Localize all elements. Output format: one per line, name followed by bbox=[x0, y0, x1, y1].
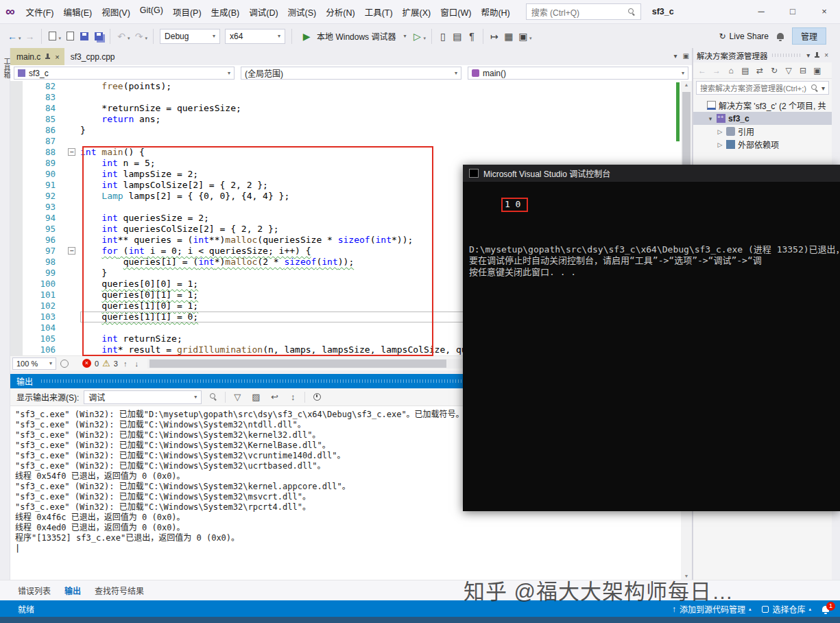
scroll-up-icon[interactable]: ▲ bbox=[684, 82, 689, 87]
console-title-bar[interactable]: Microsoft Visual Studio 调试控制台 bbox=[463, 165, 840, 182]
tab-close-icon[interactable]: × bbox=[55, 53, 59, 61]
select-repository-button[interactable]: 选择仓库 ▴ bbox=[762, 603, 811, 615]
undo-icon[interactable]: ↶ bbox=[115, 29, 128, 44]
tree-item[interactable]: ▷引用 bbox=[693, 125, 832, 138]
sync-with-active-document-icon[interactable]: ⇄ bbox=[754, 64, 766, 77]
word-wrap-icon[interactable]: ↩ bbox=[267, 390, 281, 404]
properties-icon[interactable]: ▣ bbox=[811, 64, 824, 77]
home-icon[interactable]: ⌂ bbox=[725, 64, 737, 77]
collapsed-icon[interactable]: ▷ bbox=[717, 141, 723, 148]
zoom-dropdown[interactable]: 100 % ▾ bbox=[12, 357, 56, 370]
solution-explorer-header[interactable]: 解决方案资源管理器 ▾ × bbox=[693, 48, 832, 62]
menu-item[interactable]: 扩展(X) bbox=[398, 2, 436, 22]
start-debugging-button[interactable]: ▶ 本地 Windows 调试器 ▾ bbox=[296, 28, 409, 45]
panel-tab[interactable]: 错误列表 bbox=[12, 581, 56, 600]
chevron-down-icon[interactable]: ▾ bbox=[529, 36, 532, 41]
pin-icon[interactable] bbox=[814, 51, 820, 59]
minimize-button[interactable]: ─ bbox=[745, 0, 777, 23]
new-file-icon[interactable] bbox=[46, 29, 60, 44]
menu-item[interactable]: 分析(N) bbox=[321, 2, 359, 22]
breakpoint-margin[interactable] bbox=[10, 333, 23, 344]
fold-collapse-icon[interactable]: − bbox=[68, 148, 75, 156]
expanded-icon[interactable]: ▾ bbox=[707, 115, 714, 122]
forward-icon[interactable]: → bbox=[710, 64, 723, 77]
breakpoint-margin[interactable] bbox=[10, 81, 23, 92]
live-share-button[interactable]: ↻ Live Share bbox=[719, 32, 769, 41]
editor-tab[interactable]: main.c× bbox=[10, 48, 64, 65]
breakpoint-margin[interactable] bbox=[10, 125, 23, 136]
paragraph-icon[interactable]: ¶ bbox=[465, 29, 479, 44]
code-health-icon[interactable] bbox=[60, 360, 69, 368]
document-list-dropdown-icon[interactable]: ▾ bbox=[674, 52, 677, 60]
scrollbar-thumb[interactable] bbox=[149, 360, 446, 368]
output-source-dropdown[interactable]: 调试 ▾ bbox=[84, 390, 202, 404]
save-icon[interactable] bbox=[77, 29, 91, 44]
switch-views-icon[interactable]: ▤ bbox=[739, 64, 752, 77]
pin-icon[interactable] bbox=[45, 53, 51, 60]
next-issue-icon[interactable]: ↓ bbox=[132, 360, 141, 368]
grid-icon[interactable]: ▦ bbox=[502, 29, 516, 44]
fold-collapse-icon[interactable]: − bbox=[68, 247, 75, 255]
redo-icon[interactable]: ↷ bbox=[132, 29, 146, 44]
breakpoint-margin[interactable] bbox=[10, 322, 23, 333]
menu-item[interactable]: 帮助(H) bbox=[476, 2, 514, 22]
code-text[interactable]: free(points); bbox=[80, 81, 692, 92]
debug-console-window[interactable]: Microsoft Visual Studio 调试控制台 1 0 D:\mys… bbox=[463, 165, 840, 511]
tree-item[interactable]: ▷外部依赖项 bbox=[693, 138, 832, 151]
breakpoint-margin[interactable] bbox=[10, 257, 23, 268]
chevron-down-icon[interactable]: ▾ bbox=[59, 36, 62, 41]
platform-dropdown[interactable]: x64 ▾ bbox=[225, 29, 285, 44]
scope-dropdown[interactable]: (全局范围) ▾ bbox=[241, 67, 461, 80]
code-text[interactable]: int main() { bbox=[80, 147, 692, 158]
chevron-down-icon[interactable]: ▾ bbox=[128, 36, 130, 41]
clear-all-icon[interactable]: ▨ bbox=[249, 390, 263, 404]
filter-icon[interactable]: ▽ bbox=[782, 64, 795, 77]
document-icon[interactable]: ▯ bbox=[436, 29, 450, 44]
menu-item[interactable]: 窗口(W) bbox=[435, 2, 476, 22]
error-warning-indicator[interactable]: × 0 ⚠ 3 ↑ ↓ bbox=[82, 358, 141, 368]
breakpoint-margin[interactable] bbox=[10, 279, 23, 290]
notifications-button[interactable]: 1 bbox=[822, 606, 829, 612]
breakpoint-margin[interactable] bbox=[10, 92, 23, 103]
menu-item[interactable]: 编辑(E) bbox=[59, 2, 97, 22]
solution-search-box[interactable]: 搜索解决方案资源管理器(Ctrl+;) ▾ bbox=[696, 81, 829, 95]
chevron-down-icon[interactable]: ▾ bbox=[19, 36, 21, 41]
feedback-bell-icon[interactable] bbox=[777, 33, 784, 39]
project-dropdown[interactable]: sf3_c ▾ bbox=[14, 67, 235, 80]
list-icon[interactable]: ▤ bbox=[451, 29, 464, 44]
tree-item[interactable]: 解决方案 'sf3_c' (2 个项目, 共 bbox=[693, 99, 832, 112]
editor-tab[interactable]: sf3_cpp.cpp bbox=[64, 48, 120, 65]
menu-item[interactable]: Git(G) bbox=[135, 2, 168, 22]
breakpoint-margin[interactable] bbox=[10, 147, 23, 158]
chevron-down-icon[interactable]: ▾ bbox=[423, 36, 426, 41]
breakpoint-margin[interactable] bbox=[10, 235, 23, 246]
close-icon[interactable]: × bbox=[824, 51, 828, 59]
autoscroll-icon[interactable]: ↕ bbox=[286, 390, 300, 404]
breakpoint-margin[interactable] bbox=[10, 202, 23, 213]
menu-item[interactable]: 文件(F) bbox=[21, 2, 59, 22]
find-icon[interactable] bbox=[206, 390, 220, 404]
breakpoint-margin[interactable] bbox=[10, 114, 23, 125]
menu-item[interactable]: 生成(B) bbox=[206, 2, 245, 22]
menu-item[interactable]: 测试(S) bbox=[283, 2, 322, 22]
code-text[interactable]: return ans; bbox=[80, 114, 692, 125]
breakpoint-margin[interactable] bbox=[10, 246, 23, 257]
arrow-icon[interactable]: ↦ bbox=[488, 29, 501, 44]
breakpoint-margin[interactable] bbox=[10, 224, 23, 235]
menu-item[interactable]: 项目(P) bbox=[168, 2, 206, 22]
collapsed-icon[interactable]: ▷ bbox=[717, 128, 723, 135]
window-options-icon[interactable]: ▣ bbox=[683, 52, 689, 60]
manage-button[interactable]: 管理 bbox=[792, 27, 826, 45]
breakpoint-margin[interactable] bbox=[10, 136, 23, 147]
previous-issue-icon[interactable]: ↑ bbox=[121, 360, 130, 368]
breakpoint-margin[interactable] bbox=[10, 158, 23, 169]
navigate-forward-icon[interactable]: → bbox=[23, 29, 37, 44]
breakpoint-margin[interactable] bbox=[10, 180, 23, 191]
maximize-button[interactable]: □ bbox=[777, 0, 808, 23]
menu-item[interactable]: 工具(T) bbox=[360, 2, 398, 22]
collapse-all-icon[interactable]: ⊟ bbox=[797, 64, 809, 77]
start-without-debugging-icon[interactable]: ▷ bbox=[410, 29, 424, 44]
breakpoint-margin[interactable] bbox=[10, 301, 23, 312]
quick-launch-search-box[interactable]: 搜索 (Ctrl+Q) bbox=[526, 3, 641, 20]
square-icon[interactable]: ▣ bbox=[516, 29, 530, 44]
